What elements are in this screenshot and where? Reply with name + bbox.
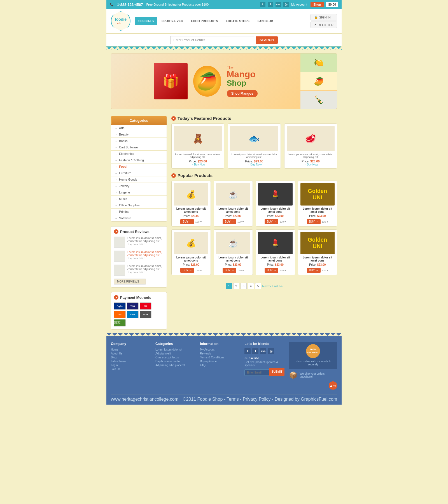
- page-4[interactable]: 4: [248, 283, 254, 289]
- category-food[interactable]: → Food: [111, 164, 167, 170]
- main-nav: SPECIALS FRUITS & VEG FOOD PRODUCTS LOCA…: [135, 17, 276, 25]
- footer-friends-title: Let's be friends: [244, 342, 284, 346]
- category-furniture[interactable]: → Furniture: [111, 170, 167, 176]
- content-area: ● Today's Featured Products 🧸 Lorem ipsu…: [171, 116, 337, 330]
- page-5[interactable]: 5: [255, 283, 261, 289]
- footer-cat-2[interactable]: Adipiscin elit: [155, 352, 195, 355]
- featured-buy-1[interactable]: → Buy Now: [174, 163, 222, 166]
- footer-buying[interactable]: Buying Guide: [200, 360, 240, 363]
- nav-specials[interactable]: SPECIALS: [135, 17, 157, 25]
- popular-img-3: 💄: [258, 183, 293, 206]
- footer-rewards[interactable]: Rewards: [200, 352, 240, 355]
- category-beauty[interactable]: → Beauty: [111, 131, 167, 138]
- review-content-3: Lorem ipsum dolor sit amet, consectetur …: [127, 265, 164, 276]
- footer-join[interactable]: Join Us: [111, 368, 151, 371]
- buy-button-8[interactable]: BUY →: [307, 268, 321, 273]
- banner-shop-text: Shop: [227, 79, 258, 88]
- footer-home[interactable]: Home: [111, 348, 151, 351]
- nav-locate-store[interactable]: LOCATE STORE: [223, 17, 253, 25]
- banner-cta-button[interactable]: Shop Mangos: [227, 90, 258, 97]
- nav-fruits[interactable]: FRUITS & VEG: [158, 17, 186, 25]
- my-account-link[interactable]: My Account: [291, 3, 307, 6]
- featured-buy-2[interactable]: → Buy Now: [230, 163, 278, 166]
- footer-cat-1[interactable]: Lorem ipsum dolor sit: [155, 348, 195, 351]
- nav-food-products[interactable]: FOOD PRODUCTS: [188, 17, 221, 25]
- category-home-goods[interactable]: → Home Goods: [111, 176, 167, 183]
- subscribe-input[interactable]: [244, 369, 269, 376]
- buy-button-1[interactable]: BUY →: [180, 219, 194, 224]
- buy-button-2[interactable]: BUY →: [223, 219, 236, 224]
- more-reviews-button[interactable]: MORE REVIEWS →: [114, 279, 146, 284]
- main-content: Categories → Arts → Beauty → Books → Car…: [106, 113, 342, 333]
- page-last[interactable]: Last >>: [272, 284, 283, 288]
- page-1[interactable]: 1: [226, 283, 232, 289]
- register-button[interactable]: ✔ REGISTER: [311, 22, 337, 28]
- cart-total: $0.00: [326, 2, 338, 7]
- category-software[interactable]: → Software: [111, 215, 167, 221]
- subscribe-button[interactable]: SUBMIT: [269, 368, 284, 376]
- popular-actions-4: BUY → 120 ♥: [300, 219, 335, 224]
- facebook-icon[interactable]: f: [268, 2, 273, 7]
- subscribe-row: SUBMIT: [244, 368, 284, 376]
- footer-cat-5[interactable]: Adipiscing nibh placerat: [155, 364, 195, 367]
- back-to-top-button[interactable]: ▲Top: [329, 381, 337, 390]
- category-books[interactable]: → Books: [111, 138, 167, 144]
- category-fashion[interactable]: → Fashion / Clothing: [111, 157, 167, 164]
- category-printing[interactable]: → Printing: [111, 209, 167, 215]
- ship-row: 📦 We ship your orders anywhere!: [289, 371, 337, 379]
- footer-login[interactable]: Login: [111, 364, 151, 367]
- footer-email-icon[interactable]: @: [268, 348, 274, 354]
- likes-7: 120 ♥: [279, 269, 286, 272]
- logo[interactable]: foodie shop: [111, 11, 130, 31]
- popular-title: ● Popular Products: [171, 173, 337, 178]
- footer-rss-icon[interactable]: rss: [260, 348, 266, 354]
- footer-cat-4[interactable]: Dapibus ante mattis: [155, 360, 195, 363]
- buy-button-3[interactable]: BUY →: [265, 219, 278, 224]
- featured-bullet: ●: [171, 116, 176, 121]
- category-music[interactable]: → Music: [111, 196, 167, 202]
- search-button[interactable]: SEARCH: [256, 36, 278, 44]
- footer-blog[interactable]: Blog: [111, 356, 151, 359]
- footer-about[interactable]: About Us: [111, 352, 151, 355]
- page-2[interactable]: 2: [233, 283, 239, 289]
- top-bar-right: t f rss @ My Account Shop $0.00: [260, 2, 338, 7]
- category-arts[interactable]: → Arts: [111, 125, 167, 131]
- top-bar-left: 📞 1-888-123-4567 Free Ground Shipping fo…: [110, 3, 209, 7]
- twitter-icon[interactable]: t: [260, 2, 265, 7]
- popular-title-7: Lorem ipsum dolor sit amet cons: [258, 256, 293, 262]
- buy-button-6[interactable]: BUY →: [223, 268, 236, 273]
- search-input[interactable]: [170, 36, 254, 44]
- category-lingerie[interactable]: → Lingerie: [111, 189, 167, 196]
- footer-my-account[interactable]: My Account: [200, 348, 240, 351]
- category-cart-software[interactable]: → Cart Software: [111, 144, 167, 151]
- buy-button-5[interactable]: BUY →: [180, 268, 194, 273]
- review-date-1: Tue, June 2011: [127, 243, 145, 246]
- featured-buy-3[interactable]: → Buy Now: [287, 163, 335, 166]
- shop-button[interactable]: Shop: [311, 2, 324, 7]
- footer-facebook-icon[interactable]: f: [252, 348, 258, 354]
- footer-news[interactable]: Latest News: [111, 360, 151, 363]
- category-jewelry[interactable]: → Jewelry: [111, 183, 167, 189]
- buy-button-4[interactable]: BUY →: [307, 219, 321, 224]
- footer-faq[interactable]: FAQ: [200, 364, 240, 367]
- bank-icon: BANK: [140, 311, 151, 318]
- rss-icon[interactable]: rss: [276, 2, 281, 7]
- popular-product-1: 💰 Lorem ipsum dolor sit amet cons Price:…: [171, 181, 211, 227]
- page-3[interactable]: 3: [241, 283, 247, 289]
- nav-right: 🔒 SIGN IN ✔ REGISTER: [311, 14, 337, 28]
- category-electronics[interactable]: → Electronics: [111, 151, 167, 157]
- popular-title-5: Lorem ipsum dolor sit amet cons: [174, 256, 208, 262]
- ship-icon: 📦: [289, 371, 297, 379]
- footer-terms[interactable]: Terms & Conditions: [200, 356, 240, 359]
- review-content-1: Lorem ipsum dolor sit amet, consectetur …: [127, 237, 164, 248]
- banner-side-img-1: 🍋: [300, 53, 337, 72]
- footer-twitter-icon[interactable]: t: [244, 348, 251, 354]
- featured-desc-2: Lorem ipsum dolor sit amet, cons ectetur…: [230, 153, 278, 158]
- nav-fan-club[interactable]: FAN CLUB: [254, 17, 277, 25]
- footer-cat-3[interactable]: Cras suscipit lacus: [155, 356, 195, 359]
- email-icon[interactable]: @: [283, 2, 289, 7]
- category-office-supplies[interactable]: → Office Supplies: [111, 202, 167, 209]
- page-next[interactable]: Next >: [262, 284, 271, 288]
- buy-button-7[interactable]: BUY →: [265, 268, 278, 273]
- signin-button[interactable]: 🔒 SIGN IN: [311, 14, 337, 20]
